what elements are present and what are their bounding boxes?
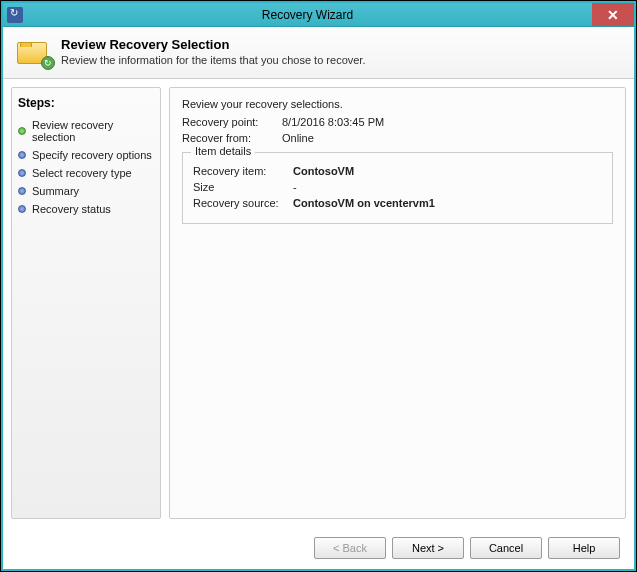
step-pending-icon [18, 187, 26, 195]
recovery-point-row: Recovery point: 8/1/2016 8:03:45 PM [182, 116, 613, 128]
wizard-body: Steps: Review recovery selection Specify… [3, 79, 634, 527]
size-value: - [293, 181, 297, 193]
recovery-source-label: Recovery source: [193, 197, 293, 209]
step-current-icon [18, 127, 26, 135]
item-details-legend: Item details [191, 145, 255, 157]
page-title: Review Recovery Selection [61, 37, 365, 52]
cancel-button[interactable]: Cancel [470, 537, 542, 559]
recover-from-value: Online [282, 132, 314, 144]
wizard-header: ↻ Review Recovery Selection Review the i… [3, 27, 634, 79]
recovery-item-value: ContosoVM [293, 165, 354, 177]
recovery-item-label: Recovery item: [193, 165, 293, 177]
recovery-point-value: 8/1/2016 8:03:45 PM [282, 116, 384, 128]
step-pending-icon [18, 151, 26, 159]
step-label: Review recovery selection [32, 119, 154, 143]
step-specify-recovery-options[interactable]: Specify recovery options [18, 146, 154, 164]
step-review-recovery-selection[interactable]: Review recovery selection [18, 116, 154, 146]
window-frame: Recovery Wizard ✕ ↻ Review Recovery Sele… [1, 1, 636, 571]
step-label: Specify recovery options [32, 149, 152, 161]
step-pending-icon [18, 205, 26, 213]
item-details-group: Item details Recovery item: ContosoVM Si… [182, 152, 613, 224]
size-row: Size - [193, 181, 602, 193]
recovery-point-label: Recovery point: [182, 116, 282, 128]
help-button[interactable]: Help [548, 537, 620, 559]
steps-sidebar: Steps: Review recovery selection Specify… [11, 87, 161, 519]
recover-from-label: Recover from: [182, 132, 282, 144]
step-label: Recovery status [32, 203, 111, 215]
app-icon [7, 7, 23, 23]
back-button[interactable]: < Back [314, 537, 386, 559]
next-button[interactable]: Next > [392, 537, 464, 559]
close-icon: ✕ [607, 7, 619, 23]
content-panel: Review your recovery selections. Recover… [169, 87, 626, 519]
step-select-recovery-type[interactable]: Select recovery type [18, 164, 154, 182]
recovery-folder-icon: ↻ [17, 38, 51, 66]
recovery-item-row: Recovery item: ContosoVM [193, 165, 602, 177]
window-title: Recovery Wizard [23, 8, 592, 22]
recover-from-row: Recover from: Online [182, 132, 613, 144]
close-button[interactable]: ✕ [592, 3, 634, 26]
step-label: Select recovery type [32, 167, 132, 179]
recovery-source-value: ContosoVM on vcentervm1 [293, 197, 435, 209]
step-label: Summary [32, 185, 79, 197]
page-subtitle: Review the information for the items tha… [61, 54, 365, 66]
step-recovery-status[interactable]: Recovery status [18, 200, 154, 218]
titlebar[interactable]: Recovery Wizard ✕ [3, 3, 634, 27]
step-pending-icon [18, 169, 26, 177]
wizard-footer: < Back Next > Cancel Help [3, 527, 634, 569]
intro-text: Review your recovery selections. [182, 98, 613, 110]
recovery-source-row: Recovery source: ContosoVM on vcentervm1 [193, 197, 602, 209]
size-label: Size [193, 181, 293, 193]
steps-heading: Steps: [18, 96, 154, 110]
step-summary[interactable]: Summary [18, 182, 154, 200]
